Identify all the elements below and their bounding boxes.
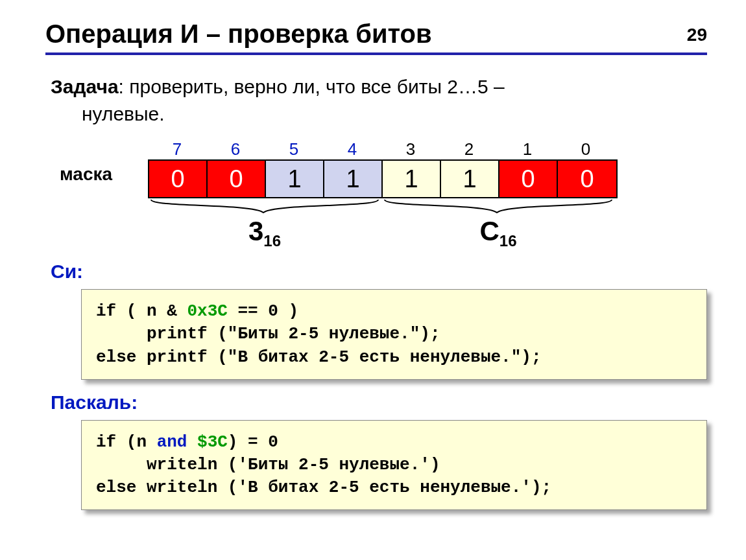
task-line1: : проверить, верно ли, что все биты 2…5 … bbox=[119, 76, 505, 97]
bit-cell: 1 bbox=[266, 161, 324, 197]
hex-left: 316 bbox=[148, 218, 381, 249]
bit-index: 5 bbox=[265, 139, 323, 159]
bit-index: 2 bbox=[440, 139, 498, 159]
bit-value-row: 0 0 1 1 1 1 0 0 bbox=[148, 159, 618, 198]
c-label: Си: bbox=[51, 261, 707, 283]
bit-index: 6 bbox=[206, 139, 265, 159]
hex-right: C16 bbox=[381, 218, 615, 249]
c-code: if ( n & 0x3C == 0 ) printf ("Биты 2-5 н… bbox=[96, 300, 692, 368]
pascal-label: Паскаль: bbox=[51, 391, 707, 414]
bit-index: 0 bbox=[557, 139, 615, 159]
task-label: Задача bbox=[51, 76, 119, 97]
brace-right: C16 bbox=[381, 198, 615, 249]
mask-label: маска bbox=[60, 164, 112, 185]
bit-cell: 0 bbox=[208, 161, 266, 197]
bit-index: 1 bbox=[498, 139, 557, 159]
title-divider bbox=[45, 52, 707, 55]
brace-icon bbox=[148, 198, 381, 216]
pascal-code: if (n and $3C) = 0 writeln ('Биты 2-5 ну… bbox=[96, 431, 692, 499]
brace-row: 316 C16 bbox=[148, 198, 707, 249]
task-line2: нулевые. bbox=[51, 100, 707, 128]
bit-index: 4 bbox=[323, 139, 381, 159]
c-code-box: if ( n & 0x3C == 0 ) printf ("Биты 2-5 н… bbox=[81, 289, 707, 379]
bit-indices-row: 7 6 5 4 3 2 1 0 bbox=[148, 139, 707, 159]
pascal-code-box: if (n and $3C) = 0 writeln ('Биты 2-5 ну… bbox=[81, 420, 707, 510]
bit-cell: 1 bbox=[441, 161, 499, 197]
hex-right-base: 16 bbox=[499, 232, 517, 250]
brace-icon bbox=[381, 198, 615, 216]
bit-cell: 1 bbox=[383, 161, 441, 197]
brace-left: 316 bbox=[148, 198, 381, 249]
page-number: 29 bbox=[687, 25, 707, 45]
bit-cell: 1 bbox=[324, 161, 383, 197]
task-text: Задача: проверить, верно ли, что все бит… bbox=[51, 73, 707, 128]
bit-cell: 0 bbox=[558, 161, 616, 197]
bit-index: 3 bbox=[381, 139, 440, 159]
bit-cell: 0 bbox=[149, 161, 208, 197]
bit-cell: 0 bbox=[499, 161, 558, 197]
hex-right-digit: C bbox=[479, 216, 499, 246]
page-title: Операция И – проверка битов bbox=[45, 19, 707, 49]
hex-left-digit: 3 bbox=[248, 216, 263, 246]
mask-diagram: маска 7 6 5 4 3 2 1 0 0 0 1 1 1 1 0 0 bbox=[65, 139, 707, 249]
bit-index: 7 bbox=[148, 139, 206, 159]
hex-left-base: 16 bbox=[263, 232, 281, 250]
